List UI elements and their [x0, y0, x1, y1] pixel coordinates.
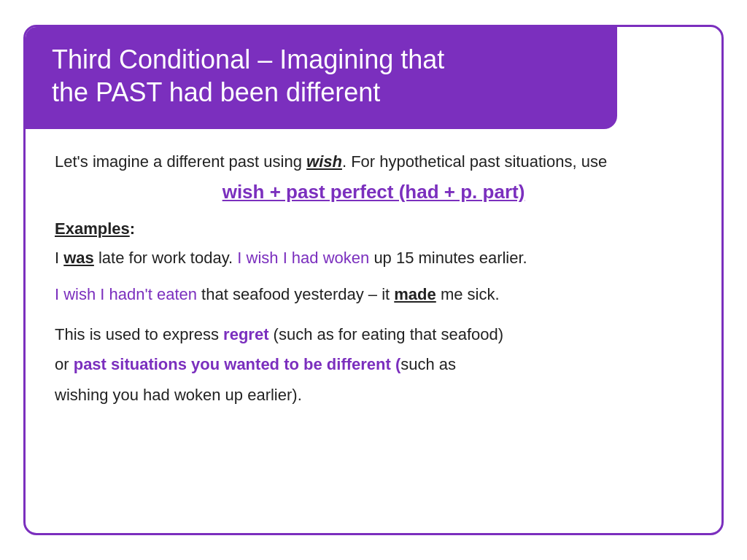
ex2-made: made [394, 285, 436, 303]
examples-header: Examples: [55, 219, 692, 238]
ex2-part3: me sick. [436, 285, 500, 303]
description-line-1: This is used to express regret (such as … [55, 322, 692, 347]
example-sentence-2: I wish I hadn't eaten that seafood yeste… [55, 282, 692, 307]
example-sentence-1: I was late for work today. I wish I had … [55, 246, 692, 271]
intro-text-before: Let's imagine a different past using [55, 152, 306, 171]
desc2-start: or [55, 355, 74, 373]
ex1-part1: I [55, 249, 63, 267]
wish-word: wish [306, 152, 342, 171]
card-header: Third Conditional – Imagining that the P… [26, 27, 617, 129]
main-card: Third Conditional – Imagining that the P… [23, 25, 724, 535]
desc3: wishing you had woken up earlier). [55, 386, 302, 404]
examples-label: Examples [55, 219, 130, 238]
description-line-3: wishing you had woken up earlier). [55, 382, 692, 408]
examples-colon: : [130, 219, 135, 238]
card-body: Let's imagine a different past using wis… [26, 129, 721, 429]
description-line-2: or past situations you wanted to be diff… [55, 351, 692, 377]
ex2-part2: that seafood yesterday – it [197, 285, 394, 303]
intro-paragraph: Let's imagine a different past using wis… [55, 149, 692, 174]
desc1-bold: regret [223, 325, 268, 343]
ex1-part2: late for work today. [94, 249, 237, 267]
desc2-bold: past situations you wanted to be differe… [74, 355, 401, 373]
ex1-part3: up 15 minutes earlier. [369, 249, 527, 267]
desc1-start: This is used to express [55, 325, 223, 343]
intro-text-after: . For hypothetical past situations, use [342, 152, 607, 171]
ex2-purple: I wish I hadn't eaten [55, 285, 197, 303]
formula-text: wish + past perfect (had + p. part) [55, 181, 692, 203]
desc2-end: such as [400, 355, 456, 373]
desc1-end: (such as for eating that seafood) [268, 325, 503, 343]
ex1-purple: I wish I had woken [237, 249, 369, 267]
example-block-2: I wish I hadn't eaten that seafood yeste… [55, 282, 692, 307]
ex1-was: was [63, 249, 94, 267]
example-block-1: I was late for work today. I wish I had … [55, 246, 692, 271]
header-title: Third Conditional – Imagining that the P… [52, 43, 591, 109]
